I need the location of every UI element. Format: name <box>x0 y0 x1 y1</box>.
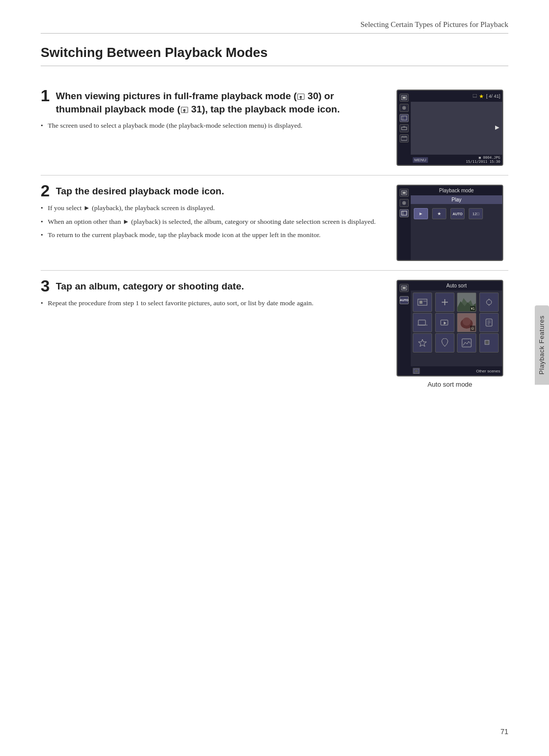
page-container: Selecting Certain Types of Pictures for … <box>0 0 549 756</box>
screen3-icon-2: AUTO <box>400 296 409 304</box>
step-2-bullet-2: When an option other than ► (playback) i… <box>41 217 376 227</box>
svg-point-27 <box>486 300 492 305</box>
screen1-icon-5 <box>400 134 409 142</box>
step-3-section: 3 Tap an album, category or shooting dat… <box>41 271 508 397</box>
autosort-cell-7: ☺ <box>457 313 476 332</box>
autosort-cell-9 <box>413 333 432 353</box>
step-3-right: AUTO Auto sort <box>391 280 508 388</box>
autosort-grid: ¥1 ☺ <box>411 290 502 354</box>
page-header: Selecting Certain Types of Pictures for … <box>41 20 508 34</box>
screen3-caption: Auto sort mode <box>428 381 472 388</box>
svg-rect-20 <box>419 301 422 304</box>
svg-rect-30 <box>418 320 425 325</box>
step-2-section: 2 Tap the desired playback mode icon. If… <box>41 176 508 271</box>
svg-rect-12 <box>403 192 406 194</box>
step-3-heading-wrap: 3 Tap an album, category or shooting dat… <box>41 280 376 298</box>
playback-title: Playback mode <box>411 186 502 195</box>
svg-point-3 <box>404 107 405 109</box>
autosort-cell-6 <box>435 313 454 332</box>
svg-marker-41 <box>418 339 426 346</box>
step-1-number: 1 <box>41 90 50 104</box>
step-2-heading-wrap: 2 Tap the desired playback mode icon. <box>41 185 376 203</box>
screen3-sidebar: AUTO <box>398 281 411 375</box>
screen1-icon-3 <box>400 114 409 122</box>
svg-rect-18 <box>403 287 406 289</box>
step-1-right: ★ [ 4/ 41] ► MENU ▣ 0004.JPG 15/11/2011 … <box>391 90 508 166</box>
svg-rect-4 <box>402 116 407 120</box>
screen1-icon-2 <box>400 104 409 112</box>
screen1-bottombar: MENU ▣ 0004.JPG 15/11/2011 15:30 <box>411 155 502 165</box>
autosort-cell-2 <box>435 293 454 312</box>
bottombar-info: ▣ 0004.JPG 15/11/2011 15:30 <box>466 156 500 164</box>
svg-point-36 <box>463 317 471 326</box>
screen1-topbar: ★ [ 4/ 41] <box>411 91 502 102</box>
svg-rect-6 <box>402 127 407 130</box>
screen1-arrow-right: ► <box>494 124 501 132</box>
screen2-main: Playback mode Play ► ★ AUTO 12□ <box>411 186 502 260</box>
datetime: 15/11/2011 15:30 <box>466 160 500 164</box>
screen1-main: ★ [ 4/ 41] ► MENU ▣ 0004.JPG 15/11/2011 … <box>411 91 502 165</box>
svg-marker-33 <box>444 322 446 325</box>
svg-rect-1 <box>403 97 406 99</box>
autosort-bottom-bar: Other scenes <box>411 366 502 375</box>
screen3-icon-1 <box>400 284 409 292</box>
screen1-sidebar <box>398 91 411 165</box>
screen1-icon-4 <box>400 124 409 132</box>
screen1: ★ [ 4/ 41] ► MENU ▣ 0004.JPG 15/11/2011 … <box>396 90 503 166</box>
step-2-heading: Tap the desired playback mode icon. <box>56 185 376 198</box>
autosort-cell-4 <box>479 293 499 312</box>
step-3-heading: Tap an album, category or shooting date. <box>56 280 376 293</box>
step-1-heading: When viewing pictures in full-frame play… <box>56 90 376 115</box>
screen3: AUTO Auto sort <box>396 280 503 376</box>
pb-icon-star: ★ <box>432 208 446 219</box>
screen2: Playback mode Play ► ★ AUTO 12□ <box>396 185 503 261</box>
autosort-cell-10 <box>435 333 454 353</box>
autosort-cell-8 <box>479 313 499 332</box>
screen3-main: Auto sort ¥1 <box>411 281 502 375</box>
svg-rect-10 <box>473 94 477 97</box>
step-3-left: 3 Tap an album, category or shooting dat… <box>41 280 376 312</box>
autosort-cell-3: ¥1 <box>457 293 476 312</box>
autosort-cell-5 <box>413 313 432 332</box>
pb-icon-auto: AUTO <box>450 208 465 219</box>
autosort-bottom-text: Other scenes <box>476 369 500 373</box>
autosort-cell-1 <box>413 293 432 312</box>
step-3-number: 3 <box>41 280 50 294</box>
step-2-bullet-3: To return to the current playback mode, … <box>41 230 376 241</box>
step-1-bullet-1: The screen used to select a playback mod… <box>41 121 376 131</box>
step-1-bullets: The screen used to select a playback mod… <box>41 121 376 131</box>
step-1-left: 1 When viewing pictures in full-frame pl… <box>41 90 376 134</box>
svg-rect-44 <box>485 341 489 344</box>
screen2-sidebar <box>398 186 411 260</box>
autosort-cell-11 <box>457 333 476 353</box>
topbar-counter: [ 4/ 41] <box>486 94 500 99</box>
step-2-bullet-1: If you select ► (playback), the playback… <box>41 203 376 214</box>
menu-label: MENU <box>413 157 428 163</box>
screen1-icon-1 <box>400 94 409 102</box>
screen2-icon-3 <box>400 209 409 217</box>
header-text: Selecting Certain Types of Pictures for … <box>360 20 508 28</box>
svg-rect-15 <box>402 211 407 215</box>
step-3-bullet-1: Repeat the procedure from step 1 to sele… <box>41 298 376 309</box>
step-2-bullets: If you select ► (playback), the playback… <box>41 203 376 241</box>
book-icon-2: ȩ <box>181 107 188 113</box>
pb-icon-play: ► <box>414 208 428 219</box>
autosort-cell-12 <box>479 333 499 353</box>
filename: ▣ 0004.JPG <box>466 156 500 160</box>
step-2-number: 2 <box>41 185 50 199</box>
page-title: Switching Between Playback Modes <box>41 45 508 66</box>
autosort-bottom-icon <box>413 368 420 374</box>
step-1-heading-wrap: 1 When viewing pictures in full-frame pl… <box>41 90 376 121</box>
step-3-bullets: Repeat the procedure from step 1 to sele… <box>41 298 376 309</box>
svg-point-14 <box>404 202 405 204</box>
autosort-cell-3-label: ¥1 <box>470 306 475 311</box>
page-number: 71 <box>500 728 508 736</box>
step-1-section: 1 When viewing pictures in full-frame pl… <box>41 80 508 176</box>
pb-icon-12: 12□ <box>469 208 483 219</box>
playback-icons-row: ► ★ AUTO 12□ <box>411 204 502 223</box>
step-2-right: Playback mode Play ► ★ AUTO 12□ <box>391 185 508 261</box>
topbar-star: ★ <box>479 93 484 100</box>
screen2-icon-2 <box>400 199 409 207</box>
autosort-title: Auto sort <box>411 281 502 290</box>
sidebar-tab: Playback Features <box>535 305 549 385</box>
